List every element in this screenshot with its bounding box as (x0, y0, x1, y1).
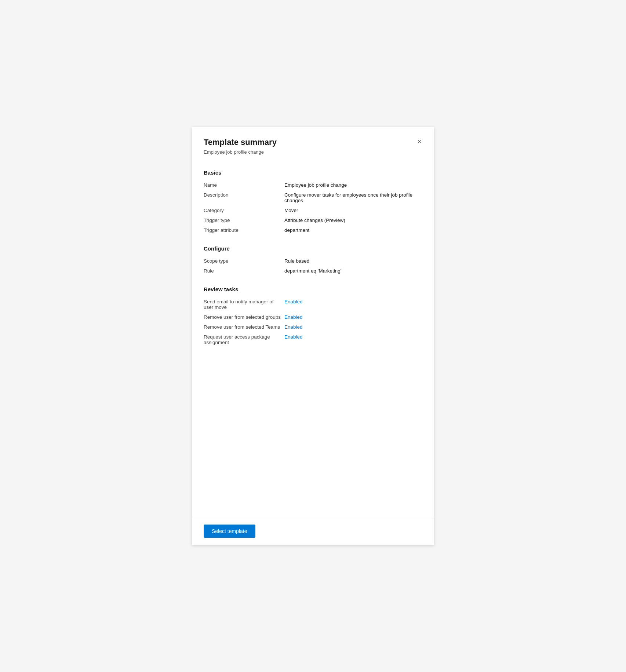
select-template-button[interactable]: Select template (204, 525, 255, 538)
field-row-scope-type: Scope type Rule based (204, 256, 422, 266)
close-icon: × (418, 138, 422, 146)
field-value-scope-type: Rule based (284, 258, 309, 264)
field-row-remove-groups: Remove user from selected groups Enabled (204, 312, 422, 322)
panel-subtitle: Employee job profile change (204, 149, 422, 155)
field-label-trigger-attribute: Trigger attribute (204, 227, 284, 233)
field-row-category: Category Mover (204, 205, 422, 215)
review-tasks-section-title: Review tasks (204, 286, 422, 292)
field-value-remove-teams: Enabled (284, 324, 303, 330)
field-label-description: Description (204, 192, 284, 198)
field-row-rule: Rule department eq 'Marketing' (204, 266, 422, 276)
configure-section-title: Configure (204, 245, 422, 252)
field-label-rule: Rule (204, 268, 284, 274)
field-value-name: Employee job profile change (284, 182, 347, 188)
panel-content: Basics Name Employee job profile change … (192, 161, 434, 517)
field-value-description: Configure mover tasks for employees once… (284, 192, 422, 203)
panel-footer: Select template (192, 517, 434, 545)
close-button[interactable]: × (414, 136, 425, 147)
field-value-remove-groups: Enabled (284, 314, 303, 320)
panel-header: Template summary Employee job profile ch… (192, 127, 434, 161)
field-value-send-email: Enabled (284, 299, 303, 304)
field-value-trigger-attribute: department (284, 227, 309, 233)
basics-section-title: Basics (204, 169, 422, 176)
field-row-name: Name Employee job profile change (204, 180, 422, 190)
basics-section: Basics Name Employee job profile change … (204, 169, 422, 235)
field-row-access-package: Request user access package assignment E… (204, 332, 422, 347)
field-label-trigger-type: Trigger type (204, 218, 284, 223)
field-label-name: Name (204, 182, 284, 188)
configure-section: Configure Scope type Rule based Rule dep… (204, 245, 422, 276)
field-value-rule: department eq 'Marketing' (284, 268, 341, 274)
field-row-remove-teams: Remove user from selected Teams Enabled (204, 322, 422, 332)
field-row-trigger-type: Trigger type Attribute changes (Preview) (204, 215, 422, 225)
field-row-send-email: Send email to notify manager of user mov… (204, 297, 422, 312)
field-value-trigger-type: Attribute changes (Preview) (284, 218, 345, 223)
panel-title: Template summary (204, 137, 422, 148)
template-summary-panel: Template summary Employee job profile ch… (192, 127, 434, 545)
field-value-access-package: Enabled (284, 334, 303, 340)
field-label-access-package: Request user access package assignment (204, 334, 284, 345)
review-tasks-section: Review tasks Send email to notify manage… (204, 286, 422, 347)
field-label-remove-teams: Remove user from selected Teams (204, 324, 284, 330)
field-label-category: Category (204, 208, 284, 213)
field-row-description: Description Configure mover tasks for em… (204, 190, 422, 205)
field-label-send-email: Send email to notify manager of user mov… (204, 299, 284, 310)
field-value-category: Mover (284, 208, 298, 213)
field-row-trigger-attribute: Trigger attribute department (204, 225, 422, 235)
field-label-scope-type: Scope type (204, 258, 284, 264)
field-label-remove-groups: Remove user from selected groups (204, 314, 284, 320)
